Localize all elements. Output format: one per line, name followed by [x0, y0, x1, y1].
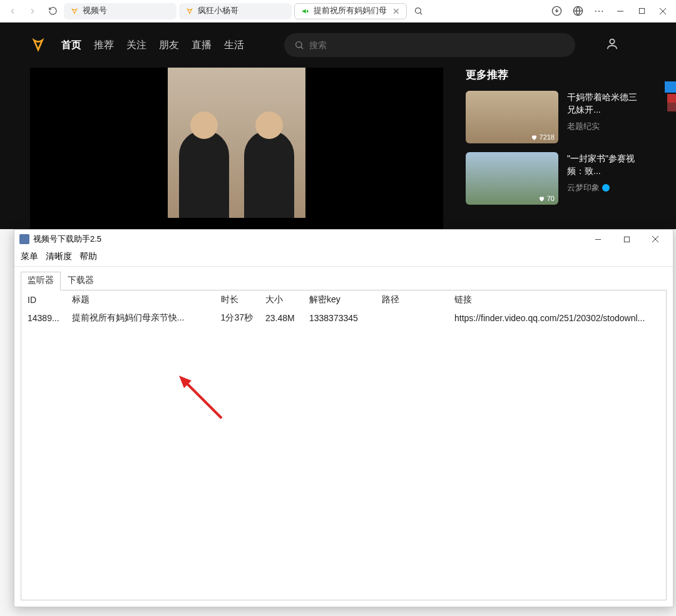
- recommend-title: 更多推荐: [466, 68, 646, 82]
- video-frame: [168, 68, 305, 218]
- recommend-item[interactable]: 70 "一封家书"参赛视频：致... 云梦印象: [466, 152, 646, 205]
- recommend-item[interactable]: 7218 干妈带着哈米德三兄妹开... 老题纪实: [466, 91, 646, 143]
- cell-path: [376, 310, 448, 327]
- tab-bar: 监听器 下载器: [14, 267, 673, 290]
- close-icon[interactable]: [653, 2, 672, 21]
- col-key[interactable]: 解密key: [303, 290, 376, 310]
- col-link[interactable]: 链接: [448, 290, 666, 310]
- minimize-icon[interactable]: [611, 2, 630, 21]
- table-header: ID 标题 时长 大小 解密key 路径 链接: [21, 290, 666, 310]
- side-app-icon[interactable]: [665, 81, 676, 93]
- wechat-channels-icon: [185, 7, 194, 16]
- cell-size: 23.48M: [259, 310, 303, 327]
- likes-badge: 7218: [531, 133, 555, 141]
- verified-icon: [602, 184, 610, 192]
- close-icon[interactable]: [643, 230, 668, 248]
- likes-badge: 70: [538, 195, 555, 202]
- profile-icon[interactable]: [605, 37, 619, 53]
- svg-rect-5: [639, 8, 644, 13]
- cell-duration: 1分37秒: [215, 310, 259, 327]
- recommend-item-title: 干妈带着哈米德三兄妹开...: [567, 91, 642, 116]
- nav-back[interactable]: [4, 3, 21, 20]
- recommend-panel: 更多推荐 7218 干妈带着哈米德三兄妹开... 老题纪实: [466, 68, 646, 229]
- wechat-channels-icon: [70, 7, 79, 16]
- wechat-channels-logo-icon: [30, 37, 46, 53]
- search-icon[interactable]: [409, 3, 427, 20]
- col-id[interactable]: ID: [21, 290, 66, 310]
- video-app: 首页 推荐 关注 朋友 直播 生活 更多推荐: [0, 23, 676, 229]
- tab-label: 视频号: [83, 6, 170, 16]
- close-icon[interactable]: ✕: [392, 6, 400, 16]
- menu-quality[interactable]: 清晰度: [46, 251, 72, 262]
- cell-id: 14389...: [21, 310, 66, 327]
- tab-downloader[interactable]: 下载器: [61, 272, 101, 290]
- col-path[interactable]: 路径: [376, 290, 448, 310]
- browser-tab-1[interactable]: 疯狂小杨哥: [179, 3, 292, 19]
- search-icon: [294, 40, 304, 50]
- heart-icon: [531, 134, 538, 141]
- nav-recommend[interactable]: 推荐: [94, 39, 114, 52]
- minimize-icon[interactable]: [585, 230, 610, 248]
- svg-point-10: [610, 39, 614, 44]
- browser-tab-0[interactable]: 视频号: [64, 3, 177, 19]
- maximize-icon[interactable]: [632, 2, 651, 21]
- video-body: 更多推荐 7218 干妈带着哈米德三兄妹开... 老题纪实: [0, 68, 676, 229]
- download-table: ID 标题 时长 大小 解密key 路径 链接 14389... 提前祝所有妈妈…: [21, 290, 666, 326]
- maximize-icon[interactable]: [614, 230, 639, 248]
- search-box[interactable]: [284, 33, 575, 57]
- downloader-window: 视频号下载助手2.5 菜单 清晰度 帮助 监听器 下载器 ID 标题 时长 大小…: [14, 229, 673, 607]
- svg-marker-15: [179, 376, 192, 388]
- nav-links: 首页 推荐 关注 朋友 直播 生活: [61, 39, 244, 52]
- nav-live[interactable]: 直播: [192, 39, 212, 52]
- nav-forward[interactable]: [24, 3, 41, 20]
- recommend-author: 云梦印象: [567, 182, 642, 193]
- tab-label: 提前祝所有妈妈们母: [314, 6, 389, 16]
- sound-icon: [301, 7, 310, 16]
- nav-friends[interactable]: 朋友: [159, 39, 179, 52]
- col-duration[interactable]: 时长: [215, 290, 259, 310]
- video-header: 首页 推荐 关注 朋友 直播 生活: [0, 23, 676, 68]
- app-icon: [19, 234, 29, 244]
- recommend-thumb: 70: [466, 152, 558, 205]
- side-app-strip: [667, 94, 676, 111]
- table-row[interactable]: 14389... 提前祝所有妈妈们母亲节快... 1分37秒 23.48M 13…: [21, 310, 666, 327]
- menu-help[interactable]: 帮助: [79, 251, 97, 262]
- tab-label: 疯狂小杨哥: [198, 6, 285, 16]
- nav-home[interactable]: 首页: [61, 39, 81, 52]
- cell-key: 1338373345: [303, 310, 376, 327]
- browser-chrome: 视频号 疯狂小杨哥 提前祝所有妈妈们母 ✕ ⋯: [0, 0, 676, 23]
- window-title: 视频号下载助手2.5: [33, 234, 101, 245]
- tab-listener[interactable]: 监听器: [21, 272, 61, 290]
- search-input[interactable]: [309, 40, 565, 50]
- col-size[interactable]: 大小: [259, 290, 303, 310]
- video-player[interactable]: [30, 68, 443, 229]
- annotation-arrow-icon: [177, 374, 233, 424]
- svg-line-9: [301, 47, 303, 49]
- recommend-thumb: 7218: [466, 91, 558, 143]
- recommend-author: 老题纪实: [567, 121, 642, 132]
- browser-tab-2[interactable]: 提前祝所有妈妈们母 ✕: [294, 3, 407, 19]
- table-wrap: ID 标题 时长 大小 解密key 路径 链接 14389... 提前祝所有妈妈…: [21, 290, 667, 600]
- cell-link: https://finder.video.qq.com/251/20302/st…: [448, 310, 666, 327]
- globe-icon[interactable]: [568, 2, 587, 21]
- menu-menu[interactable]: 菜单: [21, 251, 38, 262]
- svg-point-0: [415, 8, 421, 14]
- heart-icon: [538, 195, 545, 202]
- more-icon[interactable]: ⋯: [590, 2, 608, 21]
- col-title[interactable]: 标题: [66, 290, 215, 310]
- window-titlebar[interactable]: 视频号下载助手2.5: [14, 230, 673, 249]
- svg-point-8: [296, 42, 302, 48]
- download-icon[interactable]: [547, 2, 566, 21]
- recommend-item-title: "一封家书"参赛视频：致...: [567, 152, 642, 177]
- menu-bar: 菜单 清晰度 帮助: [14, 249, 673, 267]
- svg-rect-12: [624, 237, 629, 242]
- nav-reload[interactable]: [44, 3, 61, 20]
- svg-line-1: [420, 13, 422, 14]
- nav-follow[interactable]: 关注: [126, 39, 146, 52]
- nav-life[interactable]: 生活: [224, 39, 244, 52]
- cell-title: 提前祝所有妈妈们母亲节快...: [66, 310, 215, 327]
